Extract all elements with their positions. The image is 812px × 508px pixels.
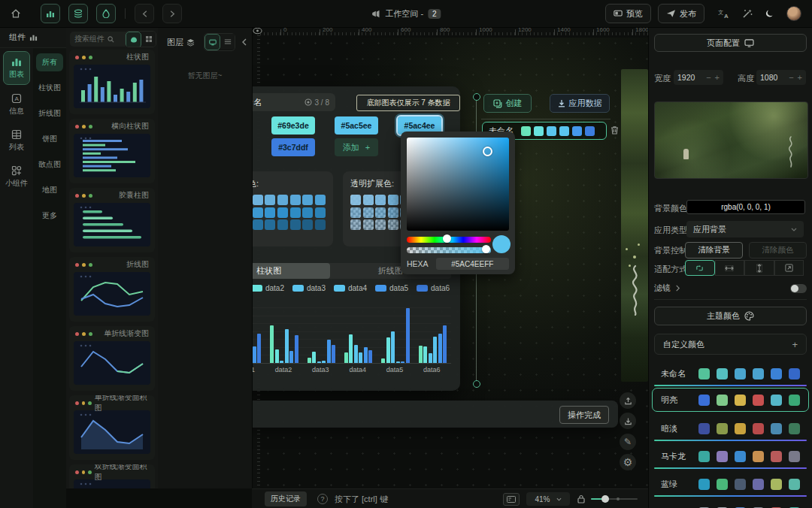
ext-swatch[interactable]: [290, 195, 301, 205]
ext-swatch-alpha[interactable]: [350, 207, 361, 218]
bar[interactable]: [312, 352, 316, 363]
layers-tool-button[interactable]: [68, 4, 88, 23]
collapse-panel-icon[interactable]: [241, 38, 247, 46]
undo-button[interactable]: [135, 4, 154, 23]
bar[interactable]: [332, 345, 335, 363]
width-plus-button[interactable]: +: [715, 73, 720, 82]
background-image-preview[interactable]: [654, 101, 808, 179]
bar[interactable]: [270, 325, 274, 363]
chart-card-area2[interactable]: 双折线渐变面积图: [69, 464, 155, 488]
translate-icon[interactable]: 文A: [718, 8, 730, 19]
theme-row-暗淡[interactable]: 暗淡: [654, 418, 807, 439]
legend-item[interactable]: data6: [417, 284, 450, 292]
color-chip-69e3de[interactable]: #69e3de: [271, 116, 315, 135]
category-1[interactable]: 所有: [36, 53, 63, 71]
bar[interactable]: [364, 347, 368, 363]
chart-card-bar[interactable]: 柱状图: [69, 50, 155, 114]
settings-button[interactable]: ⚙: [620, 454, 636, 470]
create-button[interactable]: 创建: [483, 94, 532, 113]
download-button[interactable]: [620, 413, 636, 429]
theme-row-蓝绿[interactable]: 蓝绿: [654, 473, 807, 494]
avatar[interactable]: [786, 6, 801, 21]
bar[interactable]: [295, 335, 298, 363]
bar[interactable]: [401, 361, 404, 363]
bar[interactable]: [289, 351, 293, 363]
ext-swatch-alpha[interactable]: [350, 219, 361, 230]
search-input[interactable]: 搜索组件: [70, 32, 129, 47]
width-minus-button[interactable]: −: [706, 73, 710, 82]
saturation-handle[interactable]: [483, 147, 492, 156]
bar[interactable]: [327, 340, 331, 363]
bar[interactable]: [368, 350, 372, 363]
ext-swatch-alpha[interactable]: [363, 207, 374, 218]
apply-data-button[interactable]: 应用数据: [550, 94, 610, 113]
ext-swatch-alpha[interactable]: [388, 207, 398, 218]
bar[interactable]: [396, 361, 400, 363]
bar[interactable]: [386, 337, 390, 363]
history-button[interactable]: 历史记录: [265, 491, 307, 506]
upload-button[interactable]: [620, 392, 636, 409]
color-chip-5ac5ee[interactable]: #5ac5ee: [335, 116, 378, 135]
hue-handle[interactable]: [443, 234, 451, 243]
width-input[interactable]: 1920 −+: [674, 70, 723, 85]
ext-swatch[interactable]: [265, 219, 275, 230]
height-minus-button[interactable]: −: [789, 73, 793, 82]
alpha-slider[interactable]: [407, 247, 491, 253]
clear-background-button[interactable]: 清除背景: [685, 242, 743, 259]
filter-toggle[interactable]: [790, 284, 807, 293]
chart-card-line2[interactable]: 折线图: [69, 257, 155, 322]
ext-swatch-alpha[interactable]: [388, 195, 398, 205]
bar[interactable]: [354, 345, 358, 363]
hexa-value-input[interactable]: #5AC4EEFF: [436, 258, 509, 270]
ext-swatch[interactable]: [277, 195, 288, 205]
dark-mode-icon[interactable]: [765, 9, 774, 19]
legend-item[interactable]: data3: [292, 284, 326, 292]
bar[interactable]: [280, 361, 283, 363]
chart-card-hbar[interactable]: 横向柱状图: [69, 119, 155, 183]
fit-width-button[interactable]: [715, 260, 745, 276]
bar[interactable]: [285, 329, 289, 363]
edit-button[interactable]: ✎: [620, 434, 636, 450]
ext-swatch[interactable]: [277, 219, 288, 230]
bar[interactable]: [433, 337, 437, 363]
saturation-area[interactable]: [407, 138, 509, 231]
ext-swatch[interactable]: [290, 207, 301, 218]
drop-tool-button[interactable]: [96, 4, 116, 23]
bar[interactable]: [308, 358, 311, 363]
done-button[interactable]: 操作完成: [559, 406, 609, 424]
height-input[interactable]: 1080 −+: [756, 70, 806, 85]
ext-swatch-alpha[interactable]: [375, 195, 386, 205]
ruler-eye-icon[interactable]: [253, 27, 262, 35]
preview-button[interactable]: 预览: [605, 4, 651, 23]
category-2[interactable]: 柱状图: [36, 79, 63, 97]
bar[interactable]: [344, 352, 348, 363]
theme-row-马卡龙[interactable]: 马卡龙: [654, 446, 807, 467]
color-chip-3c7ddf[interactable]: #3c7ddf: [271, 138, 315, 156]
bg-color-value[interactable]: rgba(0, 0, 0, 1): [686, 200, 805, 214]
bar[interactable]: [359, 352, 362, 363]
custom-color-row[interactable]: 自定义颜色 +: [654, 334, 807, 355]
theme-row-partial[interactable]: [654, 502, 807, 508]
ext-swatch[interactable]: [265, 195, 275, 205]
charts-tool-button[interactable]: [41, 4, 60, 23]
ext-swatch[interactable]: [302, 195, 313, 205]
bar[interactable]: [406, 308, 410, 363]
sidebar-item-table[interactable]: 列表: [4, 125, 29, 157]
legend-item[interactable]: data2: [251, 284, 284, 292]
grid-view-button[interactable]: [141, 32, 156, 47]
bar[interactable]: [317, 361, 321, 363]
ext-swatch[interactable]: [253, 207, 263, 218]
bar[interactable]: [423, 346, 427, 363]
home-icon[interactable]: [11, 8, 21, 19]
ext-swatch-alpha[interactable]: [363, 219, 374, 230]
fit-stretch-button[interactable]: [774, 260, 804, 276]
theme-row-未命名[interactable]: 未命名: [654, 363, 807, 384]
sidebar-item-info[interactable]: A信息: [4, 89, 29, 121]
ext-swatch[interactable]: [290, 219, 301, 230]
bar[interactable]: [381, 358, 385, 363]
layers-screen-view-button[interactable]: [205, 34, 220, 50]
alpha-handle[interactable]: [482, 245, 490, 253]
ext-swatch-alpha[interactable]: [363, 195, 374, 205]
selection-handle-bottom[interactable]: [473, 380, 480, 388]
bar[interactable]: [391, 331, 395, 363]
